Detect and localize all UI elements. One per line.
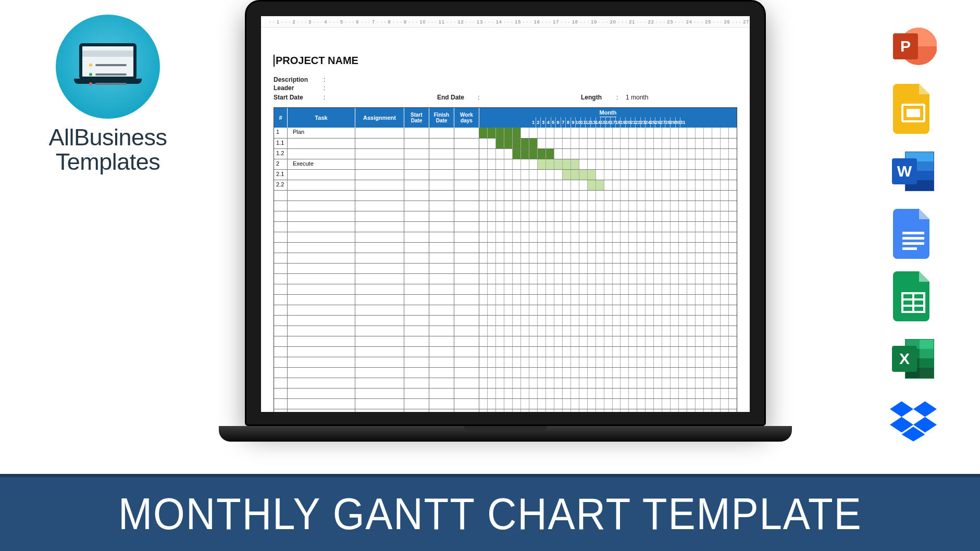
gantt-cell[interactable] — [546, 305, 554, 315]
gantt-cell[interactable] — [604, 316, 613, 325]
gantt-cell[interactable] — [687, 139, 696, 148]
cell-task[interactable] — [288, 326, 355, 336]
gantt-cell[interactable] — [554, 389, 563, 398]
gantt-bar-area[interactable] — [479, 191, 737, 201]
gantt-cell[interactable] — [629, 211, 637, 221]
gantt-cell[interactable] — [671, 284, 679, 294]
cell[interactable] — [404, 128, 429, 138]
gantt-cell[interactable] — [704, 295, 712, 305]
gantt-cell[interactable] — [696, 201, 704, 211]
gantt-cell[interactable] — [571, 128, 579, 138]
gantt-cell[interactable] — [654, 389, 662, 398]
gantt-cell[interactable] — [712, 409, 721, 412]
gantt-cell[interactable] — [513, 347, 521, 357]
gantt-cell[interactable] — [671, 316, 679, 325]
gantt-cell[interactable] — [646, 368, 654, 378]
gantt-cell[interactable] — [662, 264, 671, 273]
gantt-bar-area[interactable] — [479, 409, 737, 412]
gantt-cell[interactable] — [621, 264, 629, 273]
gantt-cell[interactable] — [646, 409, 654, 412]
gantt-cell[interactable] — [546, 316, 554, 325]
gantt-cell[interactable] — [596, 326, 604, 336]
cell[interactable] — [404, 139, 429, 148]
gantt-cell[interactable] — [646, 191, 654, 201]
gantt-cell[interactable] — [579, 128, 588, 138]
gantt-cell[interactable] — [704, 378, 712, 388]
cell[interactable] — [355, 357, 404, 367]
gantt-cell[interactable] — [563, 201, 571, 211]
gantt-cell[interactable] — [637, 191, 646, 201]
cell[interactable] — [454, 159, 479, 169]
gantt-cell[interactable] — [554, 149, 563, 159]
gantt-cell[interactable] — [721, 368, 729, 378]
cell-id[interactable]: 1 — [274, 128, 288, 138]
gantt-cell[interactable] — [488, 399, 496, 409]
gantt-cell[interactable] — [496, 399, 504, 409]
gantt-cell[interactable] — [629, 159, 637, 169]
gantt-cell[interactable] — [488, 191, 496, 201]
cell[interactable] — [355, 191, 404, 201]
gantt-cell[interactable] — [629, 253, 637, 263]
gantt-cell[interactable] — [554, 159, 563, 169]
gantt-cell[interactable] — [687, 316, 696, 325]
cell[interactable] — [355, 389, 404, 398]
gantt-cell[interactable] — [563, 357, 571, 367]
gantt-cell[interactable] — [504, 326, 513, 336]
gantt-cell[interactable] — [604, 409, 613, 412]
gantt-cell[interactable] — [538, 139, 546, 148]
gantt-cell[interactable] — [496, 180, 504, 190]
gantt-cell[interactable] — [504, 201, 513, 211]
gantt-cell[interactable] — [521, 399, 529, 409]
gantt-bar-area[interactable] — [479, 284, 737, 294]
gantt-cell[interactable] — [654, 128, 662, 138]
gantt-cell[interactable] — [654, 191, 662, 201]
cell-task[interactable] — [288, 211, 355, 221]
gantt-cell[interactable] — [496, 347, 504, 357]
cell[interactable] — [429, 232, 454, 242]
gantt-cell[interactable] — [546, 191, 554, 201]
table-row[interactable] — [274, 253, 737, 263]
gantt-cell[interactable] — [513, 191, 521, 201]
cell[interactable] — [404, 326, 429, 336]
cell-task[interactable] — [288, 149, 355, 159]
cell[interactable] — [355, 159, 404, 169]
gantt-cell[interactable] — [538, 274, 546, 284]
gantt-cell[interactable] — [687, 399, 696, 409]
gantt-cell[interactable] — [654, 409, 662, 412]
gantt-cell[interactable] — [529, 326, 538, 336]
gantt-cell[interactable] — [529, 191, 538, 201]
cell[interactable] — [355, 378, 404, 388]
gantt-cell[interactable] — [538, 191, 546, 201]
gantt-cell[interactable] — [729, 347, 737, 357]
gantt-cell[interactable] — [588, 264, 596, 273]
cell[interactable] — [355, 243, 404, 253]
gantt-bar-area[interactable] — [479, 222, 737, 232]
gantt-cell[interactable] — [646, 170, 654, 180]
gantt-cell[interactable] — [721, 316, 729, 325]
gantt-cell[interactable] — [563, 368, 571, 378]
gantt-cell[interactable] — [538, 159, 546, 169]
gantt-cell[interactable] — [712, 191, 721, 201]
gantt-cell[interactable] — [679, 295, 687, 305]
gantt-cell[interactable] — [529, 389, 538, 398]
gantt-cell[interactable] — [479, 159, 488, 169]
gantt-cell[interactable] — [729, 305, 737, 315]
gantt-cell[interactable] — [662, 253, 671, 263]
gantt-cell[interactable] — [613, 284, 621, 294]
gantt-cell[interactable] — [729, 326, 737, 336]
gantt-cell[interactable] — [538, 284, 546, 294]
gantt-cell[interactable] — [596, 243, 604, 253]
gantt-cell[interactable] — [571, 170, 579, 180]
gantt-cell[interactable] — [621, 180, 629, 190]
table-row[interactable] — [274, 242, 737, 253]
gantt-cell[interactable] — [596, 159, 604, 169]
gantt-cell[interactable] — [504, 253, 513, 263]
gantt-cell[interactable] — [571, 284, 579, 294]
gantt-cell[interactable] — [637, 211, 646, 221]
gantt-cell[interactable] — [479, 243, 488, 253]
gantt-cell[interactable] — [504, 128, 513, 138]
gantt-cell[interactable] — [579, 368, 588, 378]
gantt-cell[interactable] — [654, 326, 662, 336]
cell[interactable] — [429, 295, 454, 305]
gantt-cell[interactable] — [571, 274, 579, 284]
